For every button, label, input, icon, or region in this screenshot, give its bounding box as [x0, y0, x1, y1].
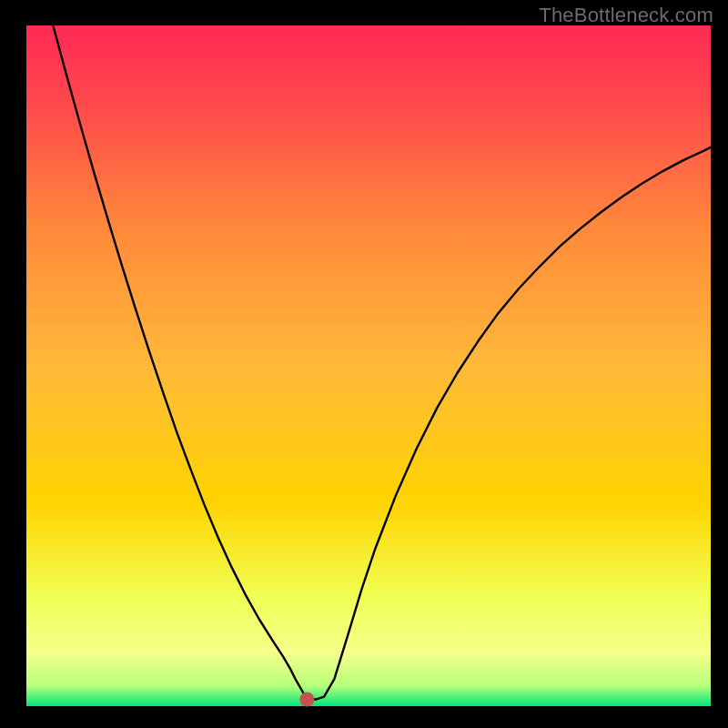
watermark-text: TheBottleneck.com: [539, 4, 713, 27]
optimum-marker: [299, 693, 314, 707]
bottleneck-chart: [0, 0, 728, 728]
chart-wrapper: TheBottleneck.com: [0, 0, 728, 728]
plot-background: [26, 25, 711, 706]
